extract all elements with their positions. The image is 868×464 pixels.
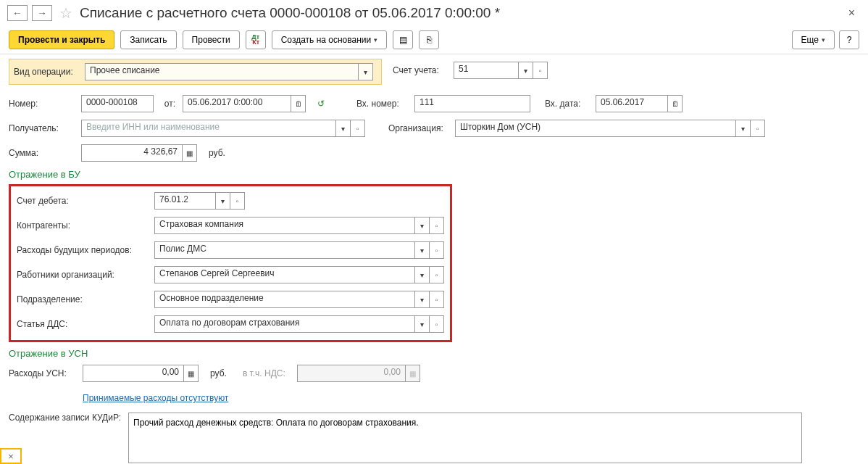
employee-open-button[interactable]: ▫ <box>430 266 444 283</box>
recipient-dropdown-button[interactable]: ▾ <box>336 120 351 137</box>
print-button[interactable]: ▤ <box>393 30 413 49</box>
organization-input[interactable]: Шторкин Дом (УСН) <box>455 120 736 137</box>
help-button[interactable]: ? <box>839 30 859 49</box>
form-area: Вид операции: Прочее списание ▾ Счет уче… <box>0 54 868 464</box>
deferred-label: Расходы будущих периодов: <box>17 245 147 255</box>
ledger-account-label: Счет учета: <box>393 65 446 75</box>
debit-account-input[interactable]: 76.01.2 <box>154 192 216 210</box>
incoming-date-label: Вх. дата: <box>545 99 588 109</box>
section-usn-title: Отражение в УСН <box>9 348 859 359</box>
operation-type-label: Вид операции: <box>14 67 78 77</box>
kudir-label: Содержание записи КУДиР: <box>9 413 121 424</box>
recipient-row: Получатель: Введите ИНН или наименование… <box>9 118 859 138</box>
number-label: Номер: <box>9 99 74 109</box>
counterparty-input[interactable]: Страховая компания <box>154 217 415 234</box>
nav-back-button[interactable]: ← <box>7 5 28 21</box>
usn-exp-row: Расходы УСН: 0,00 ▦ руб. в т.ч. НДС: 0,0… <box>9 363 859 384</box>
document-icon: ▤ <box>399 35 407 45</box>
incoming-date-calendar-button[interactable]: 🗓 <box>668 95 683 112</box>
usn-exp-unit: руб. <box>210 368 227 378</box>
incoming-date-input[interactable]: 05.06.2017 <box>596 95 668 112</box>
kudir-row: Содержание записи КУДиР: <box>9 413 859 463</box>
counterparty-dropdown-button[interactable]: ▾ <box>415 217 430 234</box>
ledger-account-dropdown-button[interactable]: ▾ <box>519 62 533 79</box>
create-based-button[interactable]: Создать на основании ▾ <box>272 30 388 49</box>
debit-account-open-button[interactable]: ▫ <box>230 192 245 210</box>
employee-label: Работники организаций: <box>17 270 147 280</box>
incoming-number-label: Вх. номер: <box>356 99 407 109</box>
operation-row: Вид операции: Прочее списание ▾ <box>9 59 382 85</box>
paperclip-icon: ⎘ <box>427 35 432 45</box>
number-input[interactable]: 0000-000108 <box>81 95 154 112</box>
organization-dropdown-button[interactable]: ▾ <box>736 120 751 137</box>
dds-input[interactable]: Оплата по договорам страхования <box>154 315 415 333</box>
account-row: Счет учета: 51 ▾ ▫ <box>393 60 859 80</box>
usn-vat-calc-button: ▦ <box>406 365 420 382</box>
usn-link-row: Принимаемые расходы отсутствуют <box>9 388 859 408</box>
bu-highlight-box: Счет дебета: 76.01.2 ▾ ▫ Контрагенты: Ст… <box>9 184 452 342</box>
chevron-down-icon: ▾ <box>822 36 825 44</box>
usn-exp-calc-button[interactable]: ▦ <box>184 365 199 382</box>
division-open-button[interactable]: ▫ <box>430 291 444 308</box>
employee-input[interactable]: Степанов Сергей Сергеевич <box>154 266 415 283</box>
dtkt-button[interactable]: ДтКт <box>246 30 266 49</box>
window-header: ← → ☆ Списание с расчетного счета 0000-0… <box>0 0 868 26</box>
date-input[interactable]: 05.06.2017 0:00:00 <box>183 95 291 112</box>
date-calendar-button[interactable]: 🗓 <box>291 95 306 112</box>
dtkt-icon: ДтКт <box>251 35 259 45</box>
post-button[interactable]: Провести <box>183 30 240 49</box>
counterparty-label: Контрагенты: <box>17 220 147 231</box>
division-label: Подразделение: <box>17 294 147 304</box>
deferred-input[interactable]: Полис ДМС <box>154 241 415 259</box>
ledger-account-input[interactable]: 51 <box>454 62 519 79</box>
post-and-close-button[interactable]: Провести и закрыть <box>9 30 114 49</box>
sum-calc-button[interactable]: ▦ <box>183 144 197 162</box>
recipient-input[interactable]: Введите ИНН или наименование <box>81 120 336 137</box>
sum-label: Сумма: <box>9 148 74 158</box>
usn-vat-label: в т.ч. НДС: <box>243 368 285 378</box>
nav-forward-button[interactable]: → <box>32 5 52 21</box>
close-icon[interactable]: × <box>848 7 861 20</box>
number-date-row: Номер: 0000-000108 от: 05.06.2017 0:00:0… <box>9 94 859 114</box>
usn-exp-label: Расходы УСН: <box>9 368 75 378</box>
recipient-label: Получатель: <box>9 123 74 133</box>
refresh-icon[interactable]: ↺ <box>317 99 325 109</box>
save-button[interactable]: Записать <box>120 30 176 49</box>
bottom-tab-close[interactable]: × <box>0 448 22 464</box>
favorite-star-icon[interactable]: ☆ <box>59 4 72 22</box>
deferred-open-button[interactable]: ▫ <box>430 241 444 259</box>
division-input[interactable]: Основное подразделение <box>154 291 415 308</box>
more-label: Еще <box>801 35 819 45</box>
debit-account-label: Счет дебета: <box>17 196 147 206</box>
recipient-open-button[interactable]: ▫ <box>351 120 365 137</box>
usn-accepted-expenses-link[interactable]: Принимаемые расходы отсутствуют <box>83 393 228 403</box>
organization-open-button[interactable]: ▫ <box>751 120 765 137</box>
incoming-number-input[interactable]: 111 <box>414 95 530 112</box>
counterparty-open-button[interactable]: ▫ <box>430 217 444 234</box>
more-button[interactable]: Еще ▾ <box>792 30 835 49</box>
dds-label: Статья ДДС: <box>17 319 147 329</box>
sum-row: Сумма: 4 326,67 ▦ руб. <box>9 143 859 163</box>
operation-type-dropdown-button[interactable]: ▾ <box>359 63 373 80</box>
kudir-textarea[interactable] <box>128 413 802 463</box>
division-dropdown-button[interactable]: ▾ <box>415 291 430 308</box>
attach-button[interactable]: ⎘ <box>419 30 439 49</box>
toolbar: Провести и закрыть Записать Провести ДтК… <box>0 26 868 54</box>
dds-open-button[interactable]: ▫ <box>430 315 444 333</box>
usn-exp-input[interactable]: 0,00 <box>83 365 184 382</box>
ledger-account-open-button[interactable]: ▫ <box>533 62 548 79</box>
page-title: Списание с расчетного счета 0000-000108 … <box>80 5 500 21</box>
dds-dropdown-button[interactable]: ▾ <box>415 315 430 333</box>
deferred-dropdown-button[interactable]: ▾ <box>415 241 430 259</box>
sum-unit: руб. <box>209 148 225 158</box>
from-label: от: <box>161 99 175 109</box>
debit-account-dropdown-button[interactable]: ▾ <box>216 192 230 210</box>
sum-input[interactable]: 4 326,67 <box>81 144 183 162</box>
usn-vat-input: 0,00 <box>297 365 406 382</box>
organization-label: Организация: <box>388 123 448 133</box>
create-based-label: Создать на основании <box>281 35 372 45</box>
operation-type-select[interactable]: Прочее списание <box>85 63 359 80</box>
section-bu-title: Отражение в БУ <box>9 169 859 180</box>
chevron-down-icon: ▾ <box>374 36 377 44</box>
employee-dropdown-button[interactable]: ▾ <box>415 266 430 283</box>
